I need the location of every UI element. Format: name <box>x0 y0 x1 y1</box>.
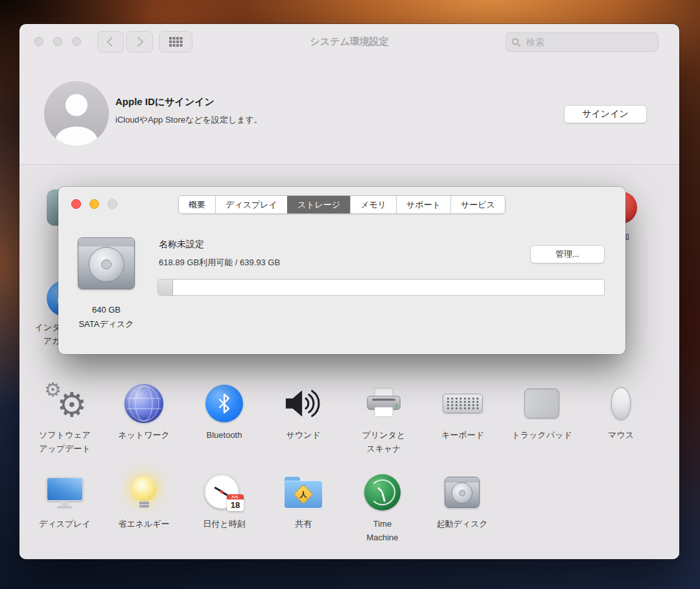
search-icon <box>511 38 521 47</box>
tab-support[interactable]: サポート <box>396 196 450 213</box>
tab-service[interactable]: サービス <box>450 196 505 213</box>
pref-item-software-update[interactable]: ソフトウェア アップデート <box>26 381 104 456</box>
hard-disk-icon <box>78 237 135 289</box>
mini-calendar: JUL 18 <box>227 494 244 511</box>
volume-capacity: 618.89 GB利用可能 / 639.93 GB <box>159 257 280 269</box>
pref-item-label: Bluetooth <box>207 429 242 442</box>
pref-item-sound[interactable]: サウンド <box>264 381 342 442</box>
tab-storage[interactable]: ストレージ <box>287 196 350 213</box>
pref-item-time-machine[interactable]: Time Machine <box>344 470 421 545</box>
manage-button[interactable]: 管理... <box>530 245 605 263</box>
pref-item-label: 日付と時刻 <box>203 518 245 531</box>
desktop-background: システム環境設定 Apple IDにサインイン iCloudやApp Store… <box>0 0 700 589</box>
pref-item-label: 共有 <box>295 518 312 531</box>
pref-item-label: ディスプレイ <box>39 518 91 531</box>
bluetooth-icon <box>205 385 243 422</box>
tab-displays[interactable]: ディスプレイ <box>215 196 287 213</box>
dialog-tab-bar: 概要 ディスプレイ ストレージ メモリ サポート サービス <box>58 195 625 214</box>
disk-type-label: SATAディスク <box>67 319 145 330</box>
calendar-month: JUL <box>227 494 244 499</box>
disk-size-label: 640 GB <box>67 305 145 315</box>
pref-item-label: サウンド <box>286 429 320 442</box>
apple-id-subtitle: iCloudやApp Storeなどを設定します。 <box>115 114 262 126</box>
pref-item-label: 起動ディスク <box>436 518 487 531</box>
pref-item-sharing[interactable]: 共有 <box>264 470 342 531</box>
volume-name: 名称未設定 <box>159 239 204 250</box>
tab-overview[interactable]: 概要 <box>179 196 215 213</box>
avatar-torso <box>55 126 98 146</box>
tab-segmented-control: 概要 ディスプレイ ストレージ メモリ サポート サービス <box>178 195 506 214</box>
clock-calendar-icon: JUL 18 <box>204 474 245 511</box>
storage-bar <box>158 279 605 296</box>
pref-item-displays[interactable]: ディスプレイ <box>26 470 104 531</box>
printer-icon <box>364 387 403 420</box>
tab-memory[interactable]: メモリ <box>350 196 396 213</box>
search-input[interactable] <box>525 36 653 48</box>
pref-item-network[interactable]: ネットワーク <box>105 381 183 442</box>
pref-item-bluetooth[interactable]: Bluetooth <box>185 381 263 442</box>
keyboard-icon <box>443 394 483 413</box>
pref-item-label: ソフトウェア アップデート <box>39 429 91 456</box>
section-divider <box>19 164 679 165</box>
pref-item-keyboard[interactable]: キーボード <box>424 381 502 442</box>
sound-icon <box>285 387 322 420</box>
shared-folder-icon <box>285 477 322 508</box>
pref-item-label: マウス <box>608 429 634 442</box>
apple-id-title: Apple IDにサインイン <box>115 96 215 108</box>
startup-disk-icon <box>445 477 480 508</box>
network-icon <box>124 384 163 423</box>
pref-item-label: ネットワーク <box>118 429 170 442</box>
signin-button[interactable]: サインイン <box>564 105 647 123</box>
pref-item-trackpad[interactable]: トラックパッド <box>503 381 581 442</box>
display-icon <box>46 477 84 509</box>
storage-used-bar <box>158 280 173 295</box>
mouse-icon <box>611 387 631 420</box>
pref-item-mouse[interactable]: マウス <box>582 381 660 442</box>
pref-item-date-time[interactable]: JUL 18 日付と時刻 <box>185 470 263 531</box>
calendar-day: 18 <box>227 499 244 511</box>
about-this-mac-dialog: 概要 ディスプレイ ストレージ メモリ サポート サービス 640 GB SAT… <box>58 187 625 354</box>
pref-item-label: 省エネルギー <box>118 518 169 531</box>
pref-item-label: プリンタと スキャナ <box>362 429 406 456</box>
pref-item-label: トラックパッド <box>511 429 572 442</box>
apple-id-avatar <box>44 81 109 146</box>
pref-item-label: Time Machine <box>366 518 398 545</box>
lightbulb-icon <box>132 477 156 508</box>
search-field <box>506 32 659 52</box>
titlebar: システム環境設定 <box>19 24 679 60</box>
software-update-icon <box>44 384 86 423</box>
pref-item-startup-disk[interactable]: 起動ディスク <box>423 470 501 531</box>
avatar-head <box>65 94 88 116</box>
trackpad-icon <box>524 389 559 418</box>
time-machine-icon <box>364 474 401 511</box>
pref-item-printers-scanners[interactable]: プリンタと スキャナ <box>345 381 423 456</box>
pref-item-energy-saver[interactable]: 省エネルギー <box>105 470 183 531</box>
pref-item-label: キーボード <box>441 429 484 442</box>
